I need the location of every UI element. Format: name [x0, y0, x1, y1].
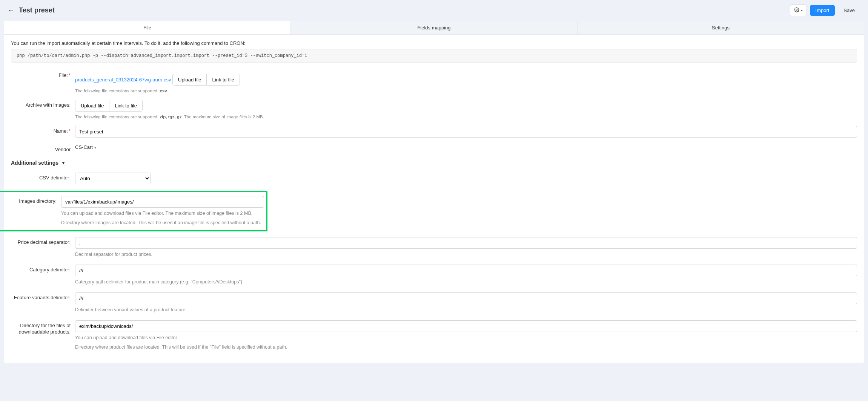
caret-down-icon: ▾ [801, 8, 803, 12]
download-dir-input[interactable] [75, 320, 857, 332]
svg-point-0 [796, 9, 797, 11]
archive-hint: The following file extensions are suppor… [75, 115, 857, 119]
feature-delimiter-label: Feature variants delimiter: [11, 292, 75, 301]
upload-file-button[interactable]: Upload file [172, 74, 207, 86]
file-label: File:* [11, 70, 75, 78]
import-button[interactable]: Import [810, 5, 835, 16]
caret-down-icon: ▾ [94, 145, 96, 150]
additional-settings-toggle[interactable]: Additional settings ▾ [11, 160, 857, 166]
images-directory-desc2: Directory where images are located. This… [61, 219, 264, 227]
images-directory-label: Images directory: [12, 196, 61, 204]
tab-file[interactable]: File [4, 21, 291, 34]
name-label: Name:* [11, 126, 75, 134]
download-dir-label: Directory for the files of downloadable … [11, 320, 75, 335]
feature-delimiter-input[interactable] [75, 292, 857, 304]
category-delimiter-label: Category delimiter: [11, 265, 75, 272]
download-dir-desc1: You can upload and download files via Fi… [75, 334, 857, 341]
csv-delimiter-label: CSV delimiter: [11, 173, 75, 181]
tabs: File Fields mapping Settings [4, 21, 864, 35]
archive-link-to-file-button[interactable]: Link to file [109, 100, 143, 112]
page-title: Test preset [19, 6, 55, 14]
images-directory-highlight: Images directory: You can upload and dow… [0, 191, 267, 231]
caret-down-icon: ▾ [62, 160, 65, 165]
archive-label: Archive with images: [11, 100, 75, 108]
feature-delimiter-desc: Delimiter between variant values of a pr… [75, 306, 857, 314]
link-to-file-button[interactable]: Link to file [207, 74, 240, 86]
price-separator-input[interactable] [75, 237, 857, 249]
category-delimiter-desc: Category path delimiter for product main… [75, 279, 857, 286]
archive-upload-file-button[interactable]: Upload file [75, 100, 109, 112]
price-separator-label: Price decimal separator: [11, 237, 75, 245]
cron-command: php /path/to/cart/admin.php -p --dispatc… [11, 49, 857, 63]
file-hint: The following file extensions are suppor… [75, 89, 857, 93]
csv-delimiter-select[interactable]: Auto [75, 173, 151, 184]
save-button[interactable]: Save [838, 5, 860, 16]
category-delimiter-input[interactable] [75, 265, 857, 276]
vendor-label: Vendor [11, 144, 75, 152]
download-dir-desc2: Directory where product files are locate… [75, 344, 857, 351]
images-directory-desc1: You can upload and download files via Fi… [61, 210, 264, 217]
images-directory-input[interactable] [61, 196, 264, 208]
tab-fields-mapping[interactable]: Fields mapping [291, 21, 578, 34]
cron-note: You can run the import automatically at … [11, 40, 857, 46]
price-separator-desc: Decimal separator for product prices. [75, 251, 857, 258]
vendor-dropdown[interactable]: CS-Cart ▾ [75, 142, 96, 150]
name-input[interactable] [75, 126, 857, 138]
gear-icon [794, 7, 799, 14]
page-header: ← Test preset ▾ Import Save [0, 0, 868, 21]
tab-settings[interactable]: Settings [578, 21, 864, 34]
gear-dropdown-button[interactable]: ▾ [790, 5, 807, 16]
back-arrow-icon[interactable]: ← [8, 7, 14, 14]
file-link[interactable]: products_general_03132024-67wg-aurb.csv [75, 75, 171, 83]
